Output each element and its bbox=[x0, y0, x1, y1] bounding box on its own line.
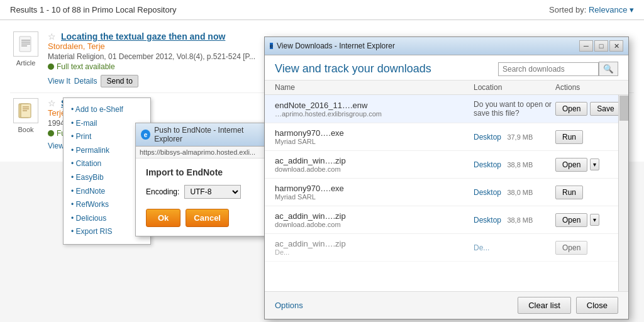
open-button-2[interactable]: Open bbox=[555, 158, 587, 172]
download-row-1: harmony970….exe Myriad SARL Desktop 37,9… bbox=[265, 123, 628, 151]
star-icon-2[interactable]: ☆ bbox=[48, 98, 56, 108]
download-row-2: ac_addin_win….zip download.adobe.com Des… bbox=[265, 151, 628, 179]
download-name-3: harmony970….exe Myriad SARL bbox=[275, 184, 474, 201]
sorted-by-value[interactable]: Relevance ▾ bbox=[589, 5, 634, 14]
scrollbar-track bbox=[618, 95, 628, 291]
item-type-2: Book bbox=[10, 126, 42, 133]
scrollbar-thumb[interactable] bbox=[619, 96, 628, 121]
download-actions-4: Open ▾ bbox=[555, 213, 618, 227]
dropdown-button-2[interactable]: ▾ bbox=[590, 158, 599, 170]
item-icon-2: Book bbox=[10, 98, 42, 150]
sorted-by: Sorted by: Relevance ▾ bbox=[549, 5, 634, 14]
download-loc-2: Desktop 38,8 MB bbox=[474, 160, 555, 169]
main-page: Results 1 - 10 of 88 in Primo Local Repo… bbox=[0, 0, 644, 322]
item-title-1[interactable]: Locating the textual gaze then and now bbox=[61, 31, 225, 42]
download-actions-5: Open bbox=[555, 241, 618, 255]
run-button-3[interactable]: Run bbox=[555, 186, 583, 199]
endnote-ok-button[interactable]: Ok bbox=[146, 209, 180, 227]
run-button-1[interactable]: Run bbox=[555, 130, 583, 144]
downloads-list: endNote_2016_11….enw …aprimo.hosted.exli… bbox=[265, 95, 628, 291]
footer-buttons: Clear list Close bbox=[518, 297, 618, 314]
endnote-heading: Import to EndNote bbox=[146, 167, 263, 177]
download-name-2: ac_addin_win….zip download.adobe.com bbox=[275, 156, 474, 173]
sendto-delicious[interactable]: • Delicious bbox=[71, 212, 143, 226]
book-icon-box bbox=[13, 98, 38, 123]
sendto-refworks[interactable]: • RefWorks bbox=[71, 198, 143, 212]
endnote-dialog-title: Push to EndNote - Internet Explorer bbox=[154, 126, 268, 143]
maximize-button[interactable]: □ bbox=[594, 40, 608, 52]
sendto-permalink[interactable]: • Permalink bbox=[71, 144, 143, 158]
download-loc-3: Desktop 38,0 MB bbox=[474, 188, 555, 197]
encoding-select[interactable]: UTF-8 bbox=[184, 185, 241, 199]
download-row-4: ac_addin_win….zip download.adobe.com Des… bbox=[265, 206, 628, 234]
dropdown-button-4[interactable]: ▾ bbox=[590, 214, 599, 226]
encoding-label: Encoding: bbox=[146, 187, 179, 196]
close-button-titlebar[interactable]: ✕ bbox=[609, 40, 623, 52]
download-row-3: harmony970….exe Myriad SARL Desktop 38,0… bbox=[265, 179, 628, 206]
open-button-5[interactable]: Open bbox=[555, 241, 587, 255]
sendto-export-ris[interactable]: • Export RIS bbox=[71, 225, 143, 239]
options-link[interactable]: Options bbox=[275, 301, 303, 310]
article-icon-box bbox=[13, 31, 38, 57]
minimize-button[interactable]: ─ bbox=[579, 40, 593, 52]
downloads-content: endNote_2016_11….enw …aprimo.hosted.exli… bbox=[265, 95, 628, 291]
save-button-0[interactable]: Save bbox=[590, 102, 621, 116]
download-actions-1: Run bbox=[555, 130, 618, 144]
download-actions-3: Run bbox=[555, 186, 618, 199]
ie-icon-endnote: e bbox=[141, 130, 150, 140]
download-loc-1: Desktop 37,9 MB bbox=[474, 133, 555, 142]
sendto-print[interactable]: • Print bbox=[71, 130, 143, 144]
view-it-link[interactable]: View It bbox=[48, 77, 70, 86]
titlebar-controls: ─ □ ✕ bbox=[579, 40, 623, 52]
col-actions: Actions bbox=[555, 83, 618, 92]
endnote-body: Import to EndNote Encoding: UTF-8 Ok Can… bbox=[136, 158, 273, 236]
open-button-4[interactable]: Open bbox=[555, 213, 587, 227]
top-bar: Results 1 - 10 of 88 in Primo Local Repo… bbox=[0, 0, 644, 20]
download-row-0: endNote_2016_11….enw …aprimo.hosted.exli… bbox=[265, 95, 628, 123]
download-name-0: endNote_2016_11….enw …aprimo.hosted.exli… bbox=[275, 101, 474, 118]
sendto-easybib[interactable]: • EasyBib bbox=[71, 171, 143, 185]
sendto-add-eshelf[interactable]: • Add to e-Shelf bbox=[71, 103, 143, 117]
sendto-endnote[interactable]: • EndNote bbox=[71, 185, 143, 199]
sendto-email[interactable]: • E-mail bbox=[71, 117, 143, 131]
clear-list-button[interactable]: Clear list bbox=[518, 297, 571, 314]
sendto-citation[interactable]: • Citation bbox=[71, 157, 143, 171]
endnote-buttons: Ok Cancel bbox=[146, 209, 263, 227]
fulltext-label-1: Full text available bbox=[57, 62, 115, 71]
sorted-by-label: Sorted by: bbox=[549, 5, 586, 14]
close-button-footer[interactable]: Close bbox=[576, 297, 618, 314]
download-name-5: ac_addin_win….zip De... bbox=[275, 239, 474, 256]
download-name-1: harmony970….exe Myriad SARL bbox=[275, 128, 474, 145]
book-icon bbox=[17, 102, 35, 119]
search-area: 🔍 bbox=[498, 62, 618, 76]
search-downloads-input[interactable] bbox=[498, 62, 599, 76]
open-button-0[interactable]: Open bbox=[555, 102, 587, 116]
col-location: Location bbox=[474, 83, 555, 92]
download-loc-5: De... bbox=[474, 243, 555, 252]
downloads-footer: Options Clear list Close bbox=[265, 291, 628, 319]
endnote-encoding: Encoding: UTF-8 bbox=[146, 185, 263, 199]
endnote-cancel-button[interactable]: Cancel bbox=[186, 209, 229, 227]
star-icon-1[interactable]: ☆ bbox=[48, 31, 56, 42]
endnote-url-bar: https://bibsys-almaprimo.hosted.exli... bbox=[136, 147, 273, 158]
green-dot-1 bbox=[48, 64, 54, 70]
details-link-1[interactable]: Details bbox=[74, 77, 97, 86]
downloads-table-header: Name Location Actions bbox=[265, 80, 628, 95]
sendto-button[interactable]: Send to bbox=[101, 75, 138, 87]
downloads-title-text: View and track your downloads bbox=[275, 62, 431, 75]
ie-icon-downloads: e bbox=[270, 43, 273, 49]
download-name-4: ac_addin_win….zip download.adobe.com bbox=[275, 211, 474, 228]
endnote-dialog: e Push to EndNote - Internet Explorer ht… bbox=[135, 123, 274, 236]
green-dot-2 bbox=[48, 130, 54, 136]
results-info: Results 1 - 10 of 88 in Primo Local Repo… bbox=[10, 5, 176, 14]
downloads-dialog-title: View Downloads - Internet Explorer bbox=[277, 42, 575, 50]
download-actions-2: Open ▾ bbox=[555, 158, 618, 172]
article-icon bbox=[17, 35, 35, 53]
download-loc-0: Do you want to open orsave this file? bbox=[474, 100, 555, 118]
endnote-titlebar: e Push to EndNote - Internet Explorer bbox=[136, 123, 273, 147]
download-actions-0: Open Save ▾ bbox=[555, 102, 618, 116]
search-downloads-button[interactable]: 🔍 bbox=[599, 62, 618, 76]
download-row-5: ac_addin_win….zip De... De... Open bbox=[265, 234, 628, 262]
downloads-dialog: e View Downloads - Internet Explorer ─ □… bbox=[264, 36, 629, 319]
col-name: Name bbox=[275, 83, 474, 92]
